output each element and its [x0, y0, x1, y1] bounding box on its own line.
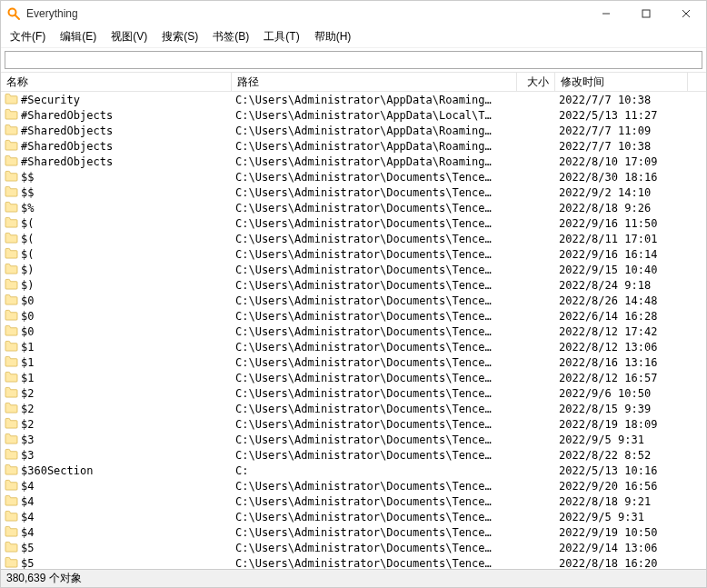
cell-name: $4 [1, 479, 232, 493]
menu-item[interactable]: 视图(V) [104, 27, 154, 46]
cell-name: $2 [1, 417, 232, 432]
file-name: $( [21, 217, 34, 230]
cell-date: 2022/9/15 10:40 [555, 264, 688, 276]
cell-path: C:\Users\Administrator\Documents\Tence… [232, 186, 517, 199]
folder-icon [5, 417, 18, 432]
file-name: $5 [21, 557, 34, 570]
table-row[interactable]: $)C:\Users\Administrator\Documents\Tence… [1, 277, 706, 293]
cell-path: C:\Users\Administrator\Documents\Tence… [232, 403, 517, 415]
folder-icon [5, 93, 18, 107]
table-row[interactable]: $4C:\Users\Administrator\Documents\Tence… [1, 509, 706, 524]
table-row[interactable]: $3C:\Users\Administrator\Documents\Tence… [1, 447, 706, 463]
cell-date: 2022/9/20 16:56 [555, 480, 688, 493]
cell-date: 2022/8/22 8:52 [555, 449, 688, 462]
file-name: $1 [21, 372, 34, 384]
svg-rect-3 [642, 10, 650, 17]
menu-item[interactable]: 工具(T) [256, 27, 306, 46]
menu-item[interactable]: 搜索(S) [154, 27, 205, 46]
cell-date: 2022/9/5 9:31 [555, 511, 688, 523]
cell-path: C:\Users\Administrator\Documents\Tence… [232, 495, 517, 508]
table-row[interactable]: $)C:\Users\Administrator\Documents\Tence… [1, 262, 706, 277]
column-headers: 名称 路径 大小 修改时间 [1, 72, 706, 92]
table-row[interactable]: $%C:\Users\Administrator\Documents\Tence… [1, 200, 706, 215]
cell-date: 2022/8/30 18:16 [555, 171, 688, 184]
menu-item[interactable]: 文件(F) [3, 27, 53, 46]
menu-item[interactable]: 帮助(H) [307, 27, 359, 46]
folder-icon [5, 510, 18, 524]
column-name-header[interactable]: 名称 [1, 73, 232, 92]
cell-name: $( [1, 216, 232, 231]
cell-date: 2022/9/16 11:50 [555, 217, 688, 230]
menu-item[interactable]: 编辑(E) [53, 27, 104, 46]
table-row[interactable]: $$C:\Users\Administrator\Documents\Tence… [1, 184, 706, 200]
table-row[interactable]: $0C:\Users\Administrator\Documents\Tence… [1, 324, 706, 339]
table-row[interactable]: #SharedObjectsC:\Users\Administrator\App… [1, 138, 706, 154]
cell-path: C:\Users\Administrator\Documents\Tence… [232, 511, 517, 523]
table-row[interactable]: $5C:\Users\Administrator\Documents\Tence… [1, 555, 706, 569]
table-row[interactable]: $1C:\Users\Administrator\Documents\Tence… [1, 354, 706, 370]
cell-name: $3 [1, 433, 232, 447]
minimize-button[interactable] [586, 1, 626, 26]
cell-name: #SharedObjects [1, 108, 232, 123]
table-row[interactable]: $0C:\Users\Administrator\Documents\Tence… [1, 308, 706, 324]
cell-path: C:\Users\Administrator\Documents\Tence… [232, 217, 517, 230]
cell-date: 2022/7/7 11:09 [555, 125, 688, 137]
table-row[interactable]: $(C:\Users\Administrator\Documents\Tence… [1, 246, 706, 262]
window-title: Everything [26, 7, 586, 20]
file-name: $1 [21, 356, 34, 369]
table-row[interactable]: #SecurityC:\Users\Administrator\AppData\… [1, 92, 706, 107]
cell-date: 2022/8/19 18:09 [555, 418, 688, 431]
results-scroll-area[interactable]: #SecurityC:\Users\Administrator\AppData\… [1, 92, 706, 569]
table-row[interactable]: $3C:\Users\Administrator\Documents\Tence… [1, 432, 706, 447]
folder-icon [5, 124, 18, 138]
table-row[interactable]: $1C:\Users\Administrator\Documents\Tence… [1, 339, 706, 354]
cell-date: 2022/8/18 9:21 [555, 495, 688, 508]
search-input[interactable] [5, 51, 702, 69]
table-row[interactable]: $(C:\Users\Administrator\Documents\Tence… [1, 215, 706, 231]
table-row[interactable]: #SharedObjectsC:\Users\Administrator\App… [1, 154, 706, 169]
cell-path: C: [232, 464, 517, 477]
statusbar: 380,639 个对象 [1, 569, 706, 587]
cell-name: $% [1, 201, 232, 215]
close-button[interactable] [666, 1, 706, 26]
cell-date: 2022/5/13 11:27 [555, 109, 688, 122]
column-path-header[interactable]: 路径 [232, 73, 517, 92]
cell-path: C:\Users\Administrator\Documents\Tence… [232, 542, 517, 554]
folder-icon [5, 386, 18, 401]
column-date-header[interactable]: 修改时间 [555, 73, 688, 92]
cell-path: C:\Users\Administrator\Documents\Tence… [232, 202, 517, 214]
table-row[interactable]: $2C:\Users\Administrator\Documents\Tence… [1, 416, 706, 432]
menu-item[interactable]: 书签(B) [205, 27, 256, 46]
cell-date: 2022/9/6 10:50 [555, 387, 688, 400]
cell-path: C:\Users\Administrator\AppData\Roaming… [232, 125, 517, 137]
file-name: $3 [21, 449, 34, 462]
table-row[interactable]: $2C:\Users\Administrator\Documents\Tence… [1, 401, 706, 416]
table-row[interactable]: $1C:\Users\Administrator\Documents\Tence… [1, 370, 706, 385]
table-row[interactable]: $360SectionC:2022/5/13 10:16 [1, 463, 706, 478]
table-row[interactable]: $4C:\Users\Administrator\Documents\Tence… [1, 478, 706, 493]
table-row[interactable]: $4C:\Users\Administrator\Documents\Tence… [1, 524, 706, 540]
table-row[interactable]: $(C:\Users\Administrator\Documents\Tence… [1, 231, 706, 246]
table-row[interactable]: $$C:\Users\Administrator\Documents\Tence… [1, 169, 706, 184]
cell-path: C:\Users\Administrator\AppData\Roaming… [232, 140, 517, 153]
cell-path: C:\Users\Administrator\Documents\Tence… [232, 449, 517, 462]
table-row[interactable]: $2C:\Users\Administrator\Documents\Tence… [1, 385, 706, 401]
column-size-header[interactable]: 大小 [517, 73, 555, 92]
folder-icon [5, 201, 18, 215]
file-name: $4 [21, 526, 34, 539]
cell-path: C:\Users\Administrator\Documents\Tence… [232, 526, 517, 539]
cell-date: 2022/8/12 17:42 [555, 325, 688, 338]
maximize-button[interactable] [626, 1, 666, 26]
file-name: $) [21, 279, 34, 292]
table-row[interactable]: $0C:\Users\Administrator\Documents\Tence… [1, 293, 706, 308]
cell-name: $0 [1, 294, 232, 308]
cell-name: $0 [1, 309, 232, 324]
cell-path: C:\Users\Administrator\AppData\Roaming… [232, 155, 517, 168]
table-row[interactable]: $4C:\Users\Administrator\Documents\Tence… [1, 493, 706, 509]
table-row[interactable]: #SharedObjectsC:\Users\Administrator\App… [1, 107, 706, 123]
cell-name: $5 [1, 556, 232, 570]
table-row[interactable]: #SharedObjectsC:\Users\Administrator\App… [1, 123, 706, 138]
file-name: $360Section [21, 464, 93, 477]
file-name: $0 [21, 325, 34, 338]
table-row[interactable]: $5C:\Users\Administrator\Documents\Tence… [1, 540, 706, 555]
